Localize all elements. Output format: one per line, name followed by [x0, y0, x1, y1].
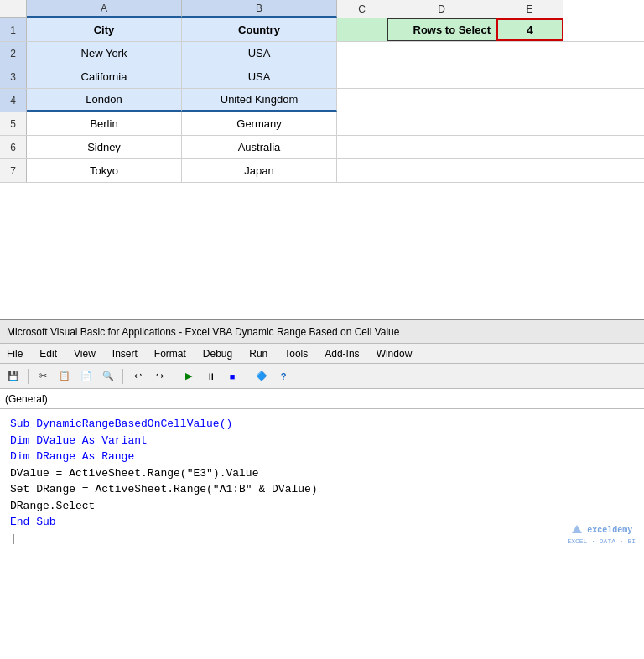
code-line-6: DRange.Select [10, 498, 634, 515]
toolbar-paste-btn[interactable]: 📄 [76, 367, 96, 386]
vba-title-bar: Microsoft Visual Basic for Applications … [0, 320, 644, 344]
cell-c2[interactable] [337, 42, 387, 65]
table-row: 1 City Country Rows to Select 4 [0, 18, 644, 42]
cell-d2[interactable] [387, 42, 496, 65]
menu-insert[interactable]: Insert [109, 346, 141, 361]
general-label: (General) [5, 393, 48, 405]
cell-b4[interactable]: United Kingdom [182, 89, 337, 112]
toolbar-save-btn[interactable]: 💾 [3, 367, 23, 386]
toolbar-find-btn[interactable]: 🔍 [98, 367, 118, 386]
col-header-e[interactable]: E [496, 0, 564, 18]
cell-e3[interactable] [496, 65, 564, 88]
table-row: 7 Tokyo Japan [0, 159, 644, 183]
toolbar-sep-1 [28, 369, 29, 384]
menu-addins[interactable]: Add-Ins [321, 346, 362, 361]
row-number: 3 [0, 65, 27, 88]
cell-c1[interactable] [337, 18, 387, 41]
col-header-c[interactable]: C [337, 0, 387, 18]
menu-edit[interactable]: Edit [36, 346, 60, 361]
cell-d3[interactable] [387, 65, 496, 88]
menu-format[interactable]: Format [151, 346, 190, 361]
row-number: 4 [0, 89, 27, 112]
cell-a4[interactable]: London [27, 89, 182, 112]
vba-toolbar: 💾 ✂ 📋 📄 🔍 ↩ ↪ ▶ ⏸ ■ 🔷 ? [0, 364, 644, 389]
code-line-7: End Sub [10, 514, 634, 531]
cell-e4[interactable] [496, 89, 564, 112]
menu-file[interactable]: File [3, 346, 26, 361]
cell-b3[interactable]: USA [182, 65, 337, 88]
toolbar-run-btn[interactable]: ▶ [179, 367, 199, 386]
exceldemy-logo-icon [570, 523, 584, 537]
code-line-4: DValue = ActiveSheet.Range("E3").Value [10, 465, 634, 482]
cell-a7[interactable]: Tokyo [27, 159, 182, 182]
code-line-5: Set DRange = ActiveSheet.Range("A1:B" & … [10, 481, 634, 498]
cell-d6[interactable] [387, 136, 496, 158]
cell-b1[interactable]: Country [182, 18, 337, 41]
code-line-8: | [10, 531, 634, 547]
cell-d5[interactable] [387, 112, 496, 135]
cell-b6[interactable]: Australia [182, 136, 337, 158]
column-headers-row: A B C D E [0, 0, 644, 18]
cell-a2[interactable]: New York [27, 42, 182, 65]
row-number: 1 [0, 18, 27, 41]
rows-to-select-label: Rows to Select [387, 18, 496, 41]
code-line-3: Dim DRange As Range [10, 449, 634, 465]
toolbar-stop-btn[interactable]: ■ [222, 367, 242, 386]
code-line-2: Dim DValue As Variant [10, 433, 634, 449]
vba-title: Microsoft Visual Basic for Applications … [7, 326, 399, 338]
cell-e2[interactable] [496, 42, 564, 65]
code-line-1: Sub DynamicRangeBasedOnCellValue() [10, 416, 634, 433]
row-number: 5 [0, 112, 27, 135]
col-header-a[interactable]: A [27, 0, 182, 18]
toolbar-redo-btn[interactable]: ↪ [149, 367, 169, 386]
cell-c3[interactable] [337, 65, 387, 88]
watermark-brand: exceldemy [587, 524, 632, 537]
cell-a1[interactable]: City [27, 18, 182, 41]
toolbar-sep-3 [174, 369, 174, 384]
row-number: 6 [0, 136, 27, 158]
cell-b7[interactable]: Japan [182, 159, 337, 182]
cell-a3[interactable]: California [27, 65, 182, 88]
corner-cell [0, 0, 27, 18]
cell-e6[interactable] [496, 136, 564, 158]
cell-d4[interactable] [387, 89, 496, 112]
cell-e5[interactable] [496, 112, 564, 135]
table-row: 2 New York USA [0, 42, 644, 65]
vba-menu-bar: File Edit View Insert Format Debug Run T… [0, 344, 644, 364]
toolbar-copy-btn[interactable]: 📋 [55, 367, 75, 386]
menu-tools[interactable]: Tools [281, 346, 311, 361]
svg-marker-0 [572, 525, 582, 533]
toolbar-help-btn[interactable]: ? [273, 367, 293, 386]
cell-b5[interactable]: Germany [182, 112, 337, 135]
col-header-d[interactable]: D [387, 0, 496, 18]
menu-run[interactable]: Run [246, 346, 271, 361]
watermark: exceldemy EXCEL · DATA · BI [567, 523, 636, 547]
cell-b2[interactable]: USA [182, 42, 337, 65]
cell-c7[interactable] [337, 159, 387, 182]
toolbar-pause-btn[interactable]: ⏸ [200, 367, 221, 386]
cell-a6[interactable]: Sidney [27, 136, 182, 158]
toolbar-sep-4 [247, 369, 247, 384]
vba-code-area[interactable]: Sub DynamicRangeBasedOnCellValue() Dim D… [0, 409, 644, 553]
rows-to-select-value[interactable]: 4 [496, 18, 564, 41]
row-number: 2 [0, 42, 27, 65]
cell-c6[interactable] [337, 136, 387, 158]
toolbar-sep-2 [122, 369, 123, 384]
table-row: 5 Berlin Germany [0, 112, 644, 136]
vba-editor: Microsoft Visual Basic for Applications … [0, 319, 644, 553]
cell-a5[interactable]: Berlin [27, 112, 182, 135]
toolbar-undo-btn[interactable]: ↩ [127, 367, 148, 386]
cell-e7[interactable] [496, 159, 564, 182]
cell-d7[interactable] [387, 159, 496, 182]
spreadsheet-grid: 1 City Country Rows to Select 4 2 New Yo… [0, 18, 644, 183]
menu-debug[interactable]: Debug [200, 346, 236, 361]
table-row: 6 Sidney Australia [0, 136, 644, 159]
cell-c4[interactable] [337, 89, 387, 112]
toolbar-bp-btn[interactable]: 🔷 [252, 367, 272, 386]
cell-c5[interactable] [337, 112, 387, 135]
menu-window[interactable]: Window [373, 346, 416, 361]
menu-view[interactable]: View [70, 346, 99, 361]
toolbar-cut-btn[interactable]: ✂ [33, 367, 53, 386]
watermark-tagline: EXCEL · DATA · BI [567, 537, 636, 547]
col-header-b[interactable]: B [182, 0, 337, 18]
